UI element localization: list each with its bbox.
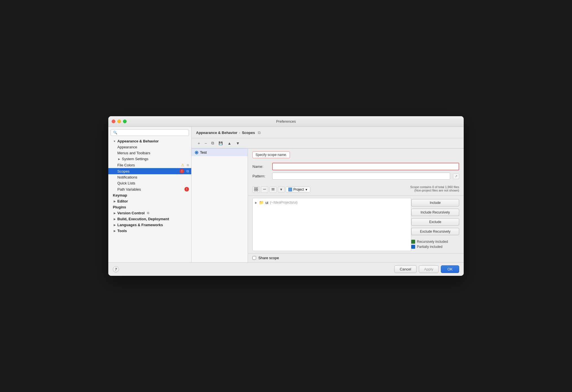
scope-info: Scope contains 0 of total 1,960 files(No…: [410, 185, 459, 194]
sidebar-item-version-control[interactable]: ▶ Version Control ⧉: [108, 210, 191, 216]
project-icon: [288, 188, 292, 191]
search-input[interactable]: [111, 129, 189, 136]
breadcrumb-parent: Appearance & Behavior: [196, 131, 237, 135]
scope-item-test[interactable]: Test: [192, 149, 248, 156]
minimize-button[interactable]: [117, 120, 121, 123]
sidebar-tree: ▼ Appearance & Behavior Appearance Menus…: [108, 138, 191, 262]
sidebar-item-system-settings[interactable]: ▶ System Settings: [108, 156, 191, 162]
save-scope-button[interactable]: 💾: [217, 140, 225, 146]
sidebar-item-editor[interactable]: ▶ Editor: [108, 198, 191, 204]
error-badge: !: [184, 187, 189, 191]
sidebar-item-build-execution[interactable]: ▶ Build, Execution, Deployment: [108, 216, 191, 222]
sidebar-item-label: Appearance & Behavior: [117, 139, 159, 143]
copy-scope-button[interactable]: ⧉: [257, 130, 262, 136]
main-content: ▼ Appearance & Behavior Appearance Menus…: [108, 127, 464, 262]
sidebar-item-scopes[interactable]: Scopes ! ⧉: [108, 168, 191, 174]
chevron-right-icon: ▶: [113, 212, 116, 215]
expand-pattern-button[interactable]: ↗: [453, 173, 459, 179]
file-tree-item-ui[interactable]: ▶ 📁 ui (~/IdeaProjects/ui): [253, 199, 411, 206]
sidebar-item-file-colors[interactable]: File Colors ⚠ ⧉: [108, 162, 191, 168]
svg-rect-2: [254, 190, 256, 191]
traffic-lights: [112, 120, 127, 123]
include-button[interactable]: Include: [411, 199, 459, 206]
svg-rect-0: [254, 188, 256, 189]
sidebar-item-label: Tools: [117, 229, 127, 233]
folder-chevron-icon: ▶: [255, 201, 257, 204]
maximize-button[interactable]: [123, 120, 127, 123]
dropdown-arrow-icon: ▼: [305, 188, 308, 191]
breadcrumb-separator: ›: [239, 131, 240, 135]
sidebar-item-label: File Colors: [117, 163, 135, 167]
name-label: Name:: [252, 164, 269, 169]
sidebar-item-plugins[interactable]: Plugins: [108, 204, 191, 210]
legend-label-partial: Partially included: [417, 245, 443, 249]
expand-all-button[interactable]: [252, 186, 260, 193]
collapse-all-button[interactable]: [261, 186, 268, 193]
copy-scope-button2[interactable]: ⧉: [210, 140, 216, 146]
exclude-recursively-button[interactable]: Exclude Recursively: [411, 228, 459, 235]
legend-item-recursive: Recursively included: [411, 240, 459, 244]
pattern-field-row: Pattern: ↗: [252, 173, 459, 180]
chevron-right-icon: ▶: [113, 223, 116, 227]
sidebar-item-notifications[interactable]: Notifications: [108, 174, 191, 180]
scope-item-label: Test: [200, 150, 207, 155]
name-input[interactable]: [272, 163, 459, 170]
sidebar-item-languages-frameworks[interactable]: ▶ Languages & Frameworks: [108, 222, 191, 228]
window-title: Preferences: [276, 119, 296, 124]
sidebar-item-keymap[interactable]: Keymap: [108, 192, 191, 198]
scope-fields-area: Specify scope name. Name: Pattern: ↗: [248, 149, 464, 184]
move-down-button[interactable]: ▼: [234, 140, 241, 146]
project-label: Project: [293, 188, 304, 191]
sidebar-item-label: Plugins: [113, 205, 126, 209]
main-body: Test Specify scope name. Name:: [192, 149, 464, 262]
name-field-row: Name:: [252, 163, 459, 170]
sidebar-item-label: Path Variables: [117, 187, 141, 191]
file-tree-toolbar: ▼ Project ▼ Scope contains 0 of total 1,…: [248, 184, 464, 196]
preferences-window: Preferences ▼ Appearance & Behavior Appe…: [108, 116, 464, 276]
project-dropdown[interactable]: Project ▼: [286, 187, 310, 192]
legend-color-partial: [411, 245, 415, 249]
move-up-button[interactable]: ▲: [226, 140, 233, 146]
warning-icon: ⚠: [181, 163, 184, 167]
bottom-bar: ? Cancel Apply OK: [108, 262, 464, 276]
legend-color-recursive: [411, 240, 415, 244]
folder-path: (~/IdeaProjects/ui): [270, 201, 298, 204]
search-bar[interactable]: [111, 129, 189, 136]
sidebar-item-tools[interactable]: ▶ Tools: [108, 228, 191, 234]
cancel-button[interactable]: Cancel: [394, 265, 416, 273]
ok-button[interactable]: OK: [441, 265, 459, 273]
svg-rect-1: [256, 188, 258, 189]
include-recursively-button[interactable]: Include Recursively: [411, 209, 459, 216]
sidebar-item-label: Version Control: [117, 211, 145, 215]
exclude-button[interactable]: Exclude: [411, 218, 459, 226]
copy-icon: ⧉: [187, 163, 189, 167]
filter-button[interactable]: ▼: [278, 187, 285, 192]
sidebar: ▼ Appearance & Behavior Appearance Menus…: [108, 127, 192, 262]
apply-button[interactable]: Apply: [419, 265, 439, 273]
share-scope-checkbox[interactable]: [252, 256, 256, 260]
sidebar-item-appearance-behavior[interactable]: ▼ Appearance & Behavior: [108, 138, 191, 144]
chevron-right-icon: ▶: [117, 157, 121, 161]
close-button[interactable]: [112, 120, 115, 123]
remove-scope-button[interactable]: −: [203, 140, 208, 146]
sidebar-item-label: Notifications: [117, 175, 137, 179]
add-scope-button[interactable]: +: [196, 140, 202, 146]
sidebar-item-menus-toolbars[interactable]: Menus and Toolbars: [108, 150, 191, 156]
help-button[interactable]: ?: [113, 266, 119, 272]
pattern-input[interactable]: [272, 173, 450, 180]
sidebar-item-path-variables[interactable]: Path Variables !: [108, 186, 191, 192]
sidebar-item-label: Appearance: [117, 145, 137, 149]
chevron-right-icon: ▶: [113, 217, 116, 221]
chevron-down-icon: ▼: [113, 140, 116, 143]
sidebar-item-label: Keymap: [113, 193, 127, 197]
share-scope-label: Share scope: [258, 256, 279, 260]
flatten-button[interactable]: [269, 186, 277, 193]
scope-radio: [195, 151, 198, 154]
sidebar-item-label: Build, Execution, Deployment: [117, 217, 169, 221]
chevron-right-icon: ▶: [113, 200, 116, 203]
right-panel: Specify scope name. Name: Pattern: ↗: [248, 149, 464, 262]
file-area-wrapper: ▶ 📁 ui (~/IdeaProjects/ui) Include Inclu…: [248, 196, 464, 253]
sidebar-item-appearance[interactable]: Appearance: [108, 144, 191, 150]
sidebar-item-quick-lists[interactable]: Quick Lists: [108, 180, 191, 186]
action-buttons: Include Include Recursively Exclude Excl…: [411, 198, 459, 251]
